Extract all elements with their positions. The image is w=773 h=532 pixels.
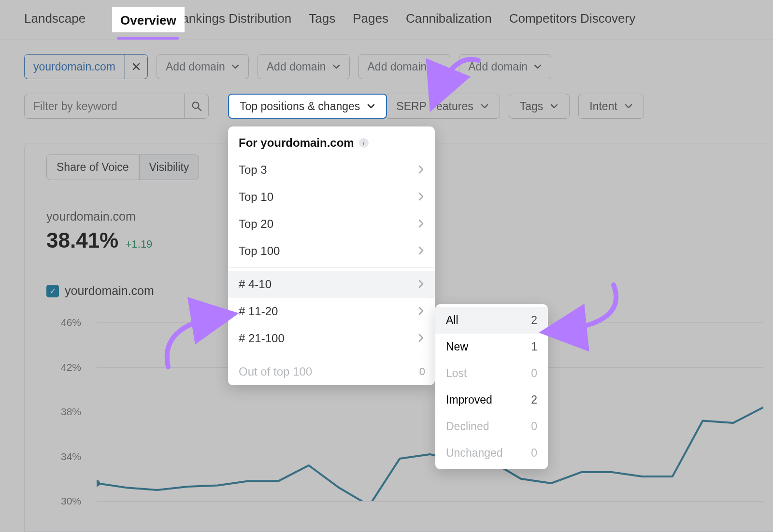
chevron-right-icon — [418, 305, 424, 318]
chevron-down-icon — [624, 102, 633, 111]
chart-legend: ✓ yourdomain.com — [46, 284, 154, 298]
metric-delta: +1.19 — [126, 238, 153, 250]
primary-domain-label: yourdomain.com — [25, 60, 124, 73]
metric-subtabs: Share of Voice Visibility — [46, 154, 199, 180]
chevron-down-icon — [533, 62, 542, 71]
intent-filter[interactable]: Intent — [578, 94, 644, 119]
top-positions-dropdown: For yourdomain.com i Top 3 Top 10 Top 20… — [228, 126, 435, 385]
primary-domain-chip[interactable]: yourdomain.com — [24, 54, 148, 79]
chevron-right-icon — [418, 278, 424, 291]
tab-tags[interactable]: Tags — [309, 11, 335, 41]
tab-competitors-discovery[interactable]: Competitors Discovery — [509, 11, 636, 41]
add-domain-button-2[interactable]: Add domain — [258, 54, 350, 79]
dropdown-item-top10[interactable]: Top 10 — [228, 183, 435, 210]
y-axis-tick: 30% — [61, 495, 81, 507]
tags-filter[interactable]: Tags — [509, 94, 570, 119]
legend-label: yourdomain.com — [65, 284, 154, 298]
annotation-arrow-2 — [159, 304, 237, 372]
chevron-right-icon — [418, 217, 424, 231]
info-icon[interactable]: i — [359, 138, 369, 148]
svg-point-1 — [97, 480, 100, 487]
metric-domain-label: yourdomain.com — [46, 210, 152, 224]
annotation-arrow-3 — [546, 275, 628, 343]
dropdown-item-4-10[interactable]: # 4-10 — [228, 271, 435, 298]
subtab-share-of-voice[interactable]: Share of Voice — [46, 154, 139, 180]
y-axis-tick: 34% — [61, 451, 81, 462]
y-axis-tick: 46% — [61, 317, 81, 328]
submenu-item-declined[interactable]: Declined 0 — [435, 413, 548, 440]
filter-keyword-combo — [24, 94, 209, 119]
filter-keyword-input[interactable] — [25, 94, 184, 118]
chevron-down-icon — [550, 102, 558, 111]
dropdown-item-out-of-top100[interactable]: Out of top 100 0 — [228, 358, 435, 385]
search-icon[interactable] — [184, 94, 208, 118]
y-axis-tick: 42% — [61, 362, 81, 373]
y-axis-tick: 38% — [61, 406, 81, 418]
add-domain-button-1[interactable]: Add domain — [157, 54, 249, 79]
position-change-submenu: All 2 New 1 Lost 0 Improved 2 Declined 0… — [435, 304, 548, 469]
tab-cannibalization[interactable]: Cannibalization — [406, 11, 492, 41]
submenu-item-improved[interactable]: Improved 2 — [435, 387, 548, 413]
tab-overview-underline — [117, 37, 179, 40]
chevron-down-icon — [231, 62, 240, 71]
chevron-right-icon — [418, 190, 424, 204]
dropdown-header: For yourdomain.com i — [228, 126, 435, 156]
dropdown-item-11-20[interactable]: # 11-20 — [228, 298, 435, 325]
tab-overview[interactable]: Overview — [112, 7, 185, 32]
submenu-item-new[interactable]: New 1 — [435, 334, 548, 360]
annotation-arrow-1 — [425, 53, 483, 111]
tab-pages[interactable]: Pages — [353, 11, 388, 41]
remove-domain-button[interactable] — [124, 55, 147, 79]
legend-checkbox[interactable]: ✓ — [46, 285, 59, 297]
submenu-item-lost[interactable]: Lost 0 — [435, 360, 548, 387]
tab-landscape[interactable]: Landscape — [24, 11, 86, 41]
tab-rankings-distribution[interactable]: Rankings Distribution — [173, 11, 292, 41]
dropdown-item-top3[interactable]: Top 3 — [228, 156, 435, 183]
chevron-right-icon — [418, 244, 424, 258]
chevron-right-icon — [418, 163, 424, 177]
submenu-item-all[interactable]: All 2 — [435, 307, 548, 334]
chart-gridline — [97, 501, 763, 502]
metric-value: 38.41% — [46, 228, 118, 252]
dropdown-item-top100[interactable]: Top 100 — [228, 238, 435, 265]
top-positions-filter[interactable]: Top positions & changes — [228, 94, 387, 119]
chevron-down-icon — [332, 62, 341, 71]
dropdown-item-top20[interactable]: Top 20 — [228, 210, 435, 238]
chevron-down-icon — [367, 102, 375, 111]
chevron-right-icon — [418, 332, 424, 345]
subtab-visibility[interactable]: Visibility — [139, 154, 200, 180]
visibility-metric: yourdomain.com 38.41% +1.19 — [46, 210, 152, 252]
submenu-item-unchanged[interactable]: Unchanged 0 — [435, 440, 548, 466]
dropdown-item-21-100[interactable]: # 21-100 — [228, 325, 435, 352]
